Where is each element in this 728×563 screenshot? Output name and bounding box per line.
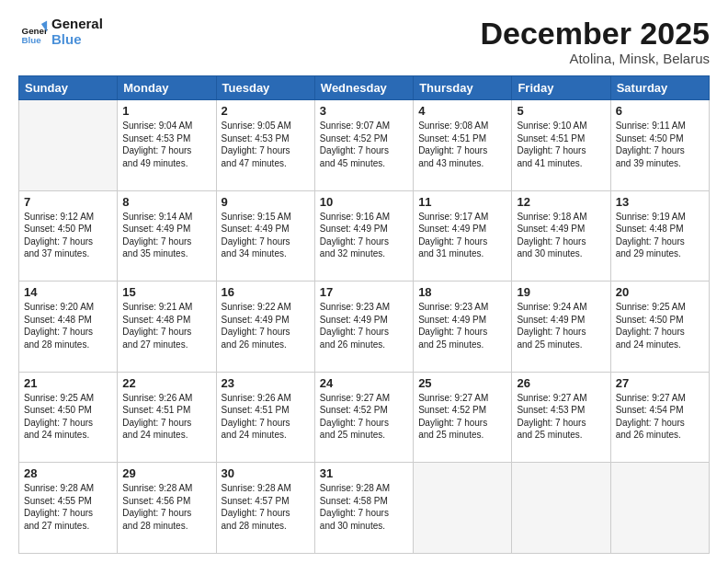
calendar-cell: 30Sunrise: 9:28 AM Sunset: 4:57 PM Dayli… [216,463,314,554]
cell-info: Sunrise: 9:05 AM Sunset: 4:53 PM Dayligh… [222,120,310,169]
cell-info: Sunrise: 9:12 AM Sunset: 4:50 PM Dayligh… [24,211,112,260]
day-number: 14 [24,285,112,299]
calendar-cell: 2Sunrise: 9:05 AM Sunset: 4:53 PM Daylig… [216,100,314,191]
calendar-day-header: Tuesday [216,76,314,100]
calendar-header-row: SundayMondayTuesdayWednesdayThursdayFrid… [19,76,710,100]
day-number: 23 [222,376,310,390]
day-number: 20 [616,285,704,299]
day-number: 17 [320,285,408,299]
day-number: 15 [122,285,210,299]
calendar-week-row: 1Sunrise: 9:04 AM Sunset: 4:53 PM Daylig… [19,100,710,191]
calendar-cell: 24Sunrise: 9:27 AM Sunset: 4:52 PM Dayli… [314,372,413,463]
calendar-cell [414,463,512,554]
day-number: 18 [418,285,506,299]
cell-info: Sunrise: 9:17 AM Sunset: 4:49 PM Dayligh… [418,211,506,260]
day-number: 13 [616,195,704,209]
day-number: 12 [517,195,605,209]
day-number: 31 [320,466,408,480]
calendar-cell [19,100,118,191]
calendar-cell: 12Sunrise: 9:18 AM Sunset: 4:49 PM Dayli… [512,190,610,282]
calendar-cell: 8Sunrise: 9:14 AM Sunset: 4:49 PM Daylig… [118,190,216,282]
calendar-day-header: Friday [512,76,610,100]
day-number: 26 [517,376,605,390]
cell-info: Sunrise: 9:08 AM Sunset: 4:51 PM Dayligh… [418,120,506,169]
cell-info: Sunrise: 9:19 AM Sunset: 4:48 PM Dayligh… [616,211,704,260]
calendar-cell: 3Sunrise: 9:07 AM Sunset: 4:52 PM Daylig… [314,100,413,191]
calendar-week-row: 14Sunrise: 9:20 AM Sunset: 4:48 PM Dayli… [19,282,710,373]
calendar-cell: 7Sunrise: 9:12 AM Sunset: 4:50 PM Daylig… [19,190,118,282]
cell-info: Sunrise: 9:23 AM Sunset: 4:49 PM Dayligh… [418,301,506,350]
cell-info: Sunrise: 9:18 AM Sunset: 4:49 PM Dayligh… [517,211,605,260]
title-block: December 2025 Atolina, Minsk, Belarus [480,17,710,66]
cell-info: Sunrise: 9:27 AM Sunset: 4:54 PM Dayligh… [616,392,704,442]
day-number: 24 [320,376,408,390]
day-number: 4 [418,104,506,118]
cell-info: Sunrise: 9:26 AM Sunset: 4:51 PM Dayligh… [222,392,310,442]
calendar-cell: 18Sunrise: 9:23 AM Sunset: 4:49 PM Dayli… [414,282,512,373]
day-number: 7 [24,195,112,209]
day-number: 11 [418,195,506,209]
calendar-cell: 26Sunrise: 9:27 AM Sunset: 4:53 PM Dayli… [512,372,610,463]
calendar-cell: 9Sunrise: 9:15 AM Sunset: 4:49 PM Daylig… [216,190,314,282]
day-number: 25 [418,376,506,390]
day-number: 8 [122,195,210,209]
cell-info: Sunrise: 9:15 AM Sunset: 4:49 PM Dayligh… [222,211,310,260]
logo-line2: Blue [51,32,103,48]
day-number: 1 [122,104,210,118]
page: General Blue General Blue December 2025 … [0,0,728,563]
logo-text: General Blue [51,17,103,47]
header: General Blue General Blue December 2025 … [18,17,710,66]
calendar-cell: 16Sunrise: 9:22 AM Sunset: 4:49 PM Dayli… [216,282,314,373]
calendar-cell [512,463,610,554]
day-number: 21 [24,376,112,390]
calendar-cell: 5Sunrise: 9:10 AM Sunset: 4:51 PM Daylig… [512,100,610,191]
cell-info: Sunrise: 9:11 AM Sunset: 4:50 PM Dayligh… [616,120,704,169]
month-title: December 2025 [480,17,710,51]
cell-info: Sunrise: 9:27 AM Sunset: 4:52 PM Dayligh… [320,392,408,442]
cell-info: Sunrise: 9:14 AM Sunset: 4:49 PM Dayligh… [122,211,210,260]
calendar-day-header: Thursday [414,76,512,100]
cell-info: Sunrise: 9:10 AM Sunset: 4:51 PM Dayligh… [517,120,605,169]
calendar-cell: 22Sunrise: 9:26 AM Sunset: 4:51 PM Dayli… [118,372,216,463]
calendar-week-row: 7Sunrise: 9:12 AM Sunset: 4:50 PM Daylig… [19,190,710,282]
calendar-cell: 17Sunrise: 9:23 AM Sunset: 4:49 PM Dayli… [314,282,413,373]
calendar-week-row: 21Sunrise: 9:25 AM Sunset: 4:50 PM Dayli… [19,372,710,463]
cell-info: Sunrise: 9:22 AM Sunset: 4:49 PM Dayligh… [222,301,310,350]
cell-info: Sunrise: 9:25 AM Sunset: 4:50 PM Dayligh… [24,392,112,442]
cell-info: Sunrise: 9:28 AM Sunset: 4:55 PM Dayligh… [24,482,112,532]
svg-text:Blue: Blue [22,34,42,44]
calendar-cell: 15Sunrise: 9:21 AM Sunset: 4:48 PM Dayli… [118,282,216,373]
calendar-cell: 6Sunrise: 9:11 AM Sunset: 4:50 PM Daylig… [610,100,709,191]
day-number: 10 [320,195,408,209]
calendar-cell: 4Sunrise: 9:08 AM Sunset: 4:51 PM Daylig… [414,100,512,191]
day-number: 6 [616,104,704,118]
day-number: 3 [320,104,408,118]
logo-icon: General Blue [18,17,48,47]
calendar-day-header: Wednesday [314,76,413,100]
day-number: 29 [122,466,210,480]
subtitle: Atolina, Minsk, Belarus [480,51,710,66]
calendar-cell: 21Sunrise: 9:25 AM Sunset: 4:50 PM Dayli… [19,372,118,463]
day-number: 22 [122,376,210,390]
cell-info: Sunrise: 9:04 AM Sunset: 4:53 PM Dayligh… [122,120,210,169]
calendar-cell: 11Sunrise: 9:17 AM Sunset: 4:49 PM Dayli… [414,190,512,282]
cell-info: Sunrise: 9:07 AM Sunset: 4:52 PM Dayligh… [320,120,408,169]
calendar-cell: 23Sunrise: 9:26 AM Sunset: 4:51 PM Dayli… [216,372,314,463]
day-number: 16 [222,285,310,299]
calendar-cell: 14Sunrise: 9:20 AM Sunset: 4:48 PM Dayli… [19,282,118,373]
calendar-cell: 20Sunrise: 9:25 AM Sunset: 4:50 PM Dayli… [610,282,709,373]
cell-info: Sunrise: 9:27 AM Sunset: 4:53 PM Dayligh… [517,392,605,442]
calendar-cell: 25Sunrise: 9:27 AM Sunset: 4:52 PM Dayli… [414,372,512,463]
calendar-cell: 19Sunrise: 9:24 AM Sunset: 4:49 PM Dayli… [512,282,610,373]
calendar-cell: 27Sunrise: 9:27 AM Sunset: 4:54 PM Dayli… [610,372,709,463]
day-number: 9 [222,195,310,209]
calendar-day-header: Sunday [19,76,118,100]
calendar-cell: 31Sunrise: 9:28 AM Sunset: 4:58 PM Dayli… [314,463,413,554]
calendar-table: SundayMondayTuesdayWednesdayThursdayFrid… [18,75,710,554]
calendar-week-row: 28Sunrise: 9:28 AM Sunset: 4:55 PM Dayli… [19,463,710,554]
cell-info: Sunrise: 9:21 AM Sunset: 4:48 PM Dayligh… [122,301,210,350]
day-number: 5 [517,104,605,118]
cell-info: Sunrise: 9:16 AM Sunset: 4:49 PM Dayligh… [320,211,408,260]
day-number: 30 [222,466,310,480]
calendar-day-header: Saturday [610,76,709,100]
